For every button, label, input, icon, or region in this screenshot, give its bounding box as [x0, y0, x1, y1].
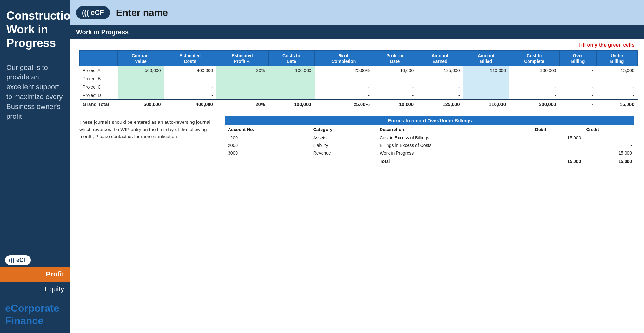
sidebar-logo-area: ((( eCF — [0, 252, 70, 267]
list-item: 2000LiabilityBillings in Excess of Costs… — [225, 142, 634, 149]
main-area: ((( eCF Enter name Work in Progress Fill… — [70, 0, 644, 333]
table-row: Project D------- — [80, 91, 638, 100]
col-header-profit-to-date: Profit toDate — [373, 51, 417, 66]
header-title[interactable]: Enter name — [116, 7, 168, 18]
table-row: Project A500,000400,00020%100,00025.00%1… — [80, 66, 638, 75]
equity-button[interactable]: Equity — [0, 282, 70, 296]
sidebar-buttons: Profit Equity — [0, 267, 70, 296]
entries-col-debit: Debit — [533, 125, 584, 134]
entries-col-credit: Credit — [583, 125, 634, 134]
col-header-cost-to-complete: Cost toComplete — [509, 51, 559, 66]
sub-header-label: Work in Progress — [76, 29, 129, 36]
sub-header: Work in Progress — [70, 25, 644, 39]
entries-col-account: Account No. — [225, 125, 311, 134]
sidebar-tagline: Our goal is to provide an excellent supp… — [0, 57, 70, 252]
entries-col-description: Description — [377, 125, 533, 134]
entries-col-category: Category — [311, 125, 377, 134]
sidebar-title: Construction Work in Progress — [0, 0, 70, 57]
col-header-est-profit: EstimatedProfit % — [216, 51, 268, 66]
entries-table: Entries to record Over/Under Billings Ac… — [225, 116, 634, 165]
fill-notice: Fill only the green cells — [76, 42, 634, 48]
col-header-est-costs: EstimatedCosts — [164, 51, 216, 66]
ecf-badge-header[interactable]: ((( eCF — [76, 6, 110, 19]
entries-table-wrap: Entries to record Over/Under Billings Ac… — [225, 116, 634, 165]
entries-total-row: Total15,00015,000 — [225, 157, 634, 165]
grand-total-row: Grand Total500,000400,00020%100,00025.00… — [80, 100, 638, 109]
list-item: 1200AssetsCost in Excess of Billings15,0… — [225, 134, 634, 142]
wip-table: ContractValue EstimatedCosts EstimatedPr… — [79, 50, 638, 109]
col-header-amount-billed: AmountBilled — [463, 51, 509, 66]
ecf-badge-sidebar[interactable]: ((( eCF — [5, 255, 31, 265]
bottom-section: These journals should be entered as an a… — [76, 116, 638, 165]
list-item: 3000RevenueWork in Progress15,000 — [225, 149, 634, 157]
col-header-label — [80, 51, 118, 66]
table-row: Project B------- — [80, 75, 638, 83]
top-header: ((( eCF Enter name — [70, 0, 644, 25]
sidebar: Construction Work in Progress Our goal i… — [0, 0, 70, 333]
col-header-costs-to-date: Costs toDate — [268, 51, 314, 66]
col-header-under-billing: UnderBilling — [596, 51, 637, 66]
wip-table-wrap: ContractValue EstimatedCosts EstimatedPr… — [79, 50, 638, 109]
col-header-over-billing: OverBilling — [559, 51, 596, 66]
col-header-contract-value: ContractValue — [118, 51, 164, 66]
col-header-pct-completion: % ofCompletion — [315, 51, 373, 66]
profit-button[interactable]: Profit — [0, 267, 70, 282]
bottom-note: These journals should be entered as an a… — [79, 116, 213, 165]
sidebar-brand: eCorporate Finance — [0, 296, 70, 333]
table-row: Project C------- — [80, 83, 638, 91]
content-area: Fill only the green cells ContractValue … — [70, 39, 644, 333]
col-header-amount-earned: AmountEarned — [417, 51, 463, 66]
entries-title: Entries to record Over/Under Billings — [225, 116, 634, 125]
